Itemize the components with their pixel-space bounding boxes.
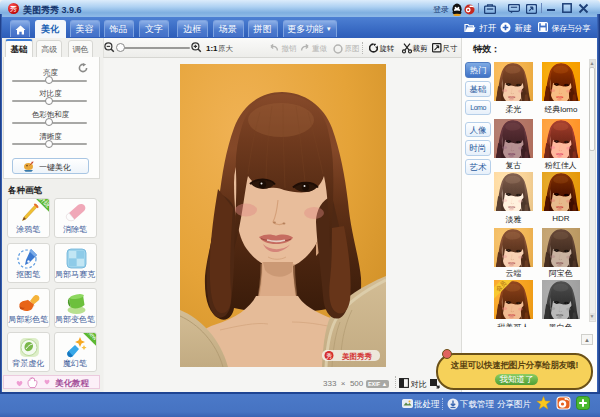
svg-text:美图秀秀: 美图秀秀 bbox=[341, 351, 373, 360]
svg-text:秀: 秀 bbox=[326, 352, 332, 360]
